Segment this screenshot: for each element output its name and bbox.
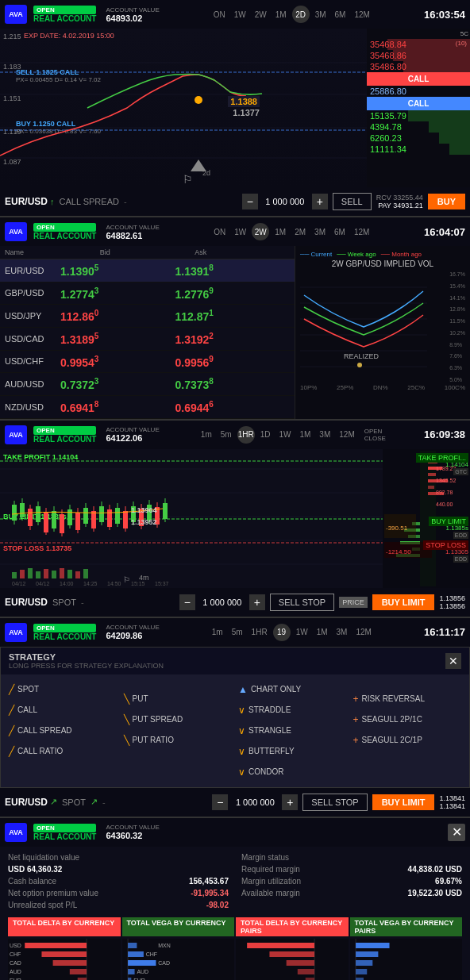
ava-logo-1: AVA [5, 5, 27, 24]
tf-1w-2[interactable]: 1W [231, 226, 249, 238]
strategy-display-3[interactable]: SPOT [52, 598, 76, 607]
tf-2d-1[interactable]: 2D [292, 6, 310, 23]
account-value-1: 64893.02 [106, 13, 159, 23]
rate-row-usdcad[interactable]: USD/CAD 1.31895 1.31922 [0, 328, 295, 351]
tf-2m-2[interactable]: 2M [291, 226, 309, 238]
tf-1w-1[interactable]: 1W [231, 9, 249, 21]
qty-plus-3[interactable]: + [249, 594, 265, 610]
qty-plus-4[interactable]: + [282, 794, 298, 810]
vol-chart-area: 16.7% 15.4% 14.1% 12.8% 11.5% 10.2% 8.9%… [300, 271, 465, 382]
strategy-call-spread[interactable]: ╱ CALL SPREAD [6, 721, 121, 741]
tf-on-1[interactable]: ON [210, 9, 229, 21]
rate-row-nzdusd[interactable]: NZD/USD 0.69418 0.69446 [0, 396, 295, 419]
tf-1m-1[interactable]: 1M [272, 9, 290, 21]
qty-plus-1[interactable]: + [312, 194, 328, 209]
tf-1hr-3[interactable]: 1HR [237, 426, 255, 444]
strategy-spot[interactable]: ╱ SPOT [6, 679, 121, 700]
tf-5m-4[interactable]: 5m [229, 626, 246, 638]
timeframe-bar-3: 1m 5m 1HR 1D 1W 1M 3M 12M [198, 426, 358, 444]
rate-row-usdjpy[interactable]: USD/JPY 112.860 112.871 [0, 305, 295, 328]
tf-5m-3[interactable]: 5m [218, 429, 235, 440]
buy-limit-button-3[interactable]: BUY LIMIT [372, 594, 435, 610]
strategy-put[interactable]: ╲ PUT [121, 689, 236, 709]
rate-row-usdchf[interactable]: USD/CHF 0.99543 0.99569 [0, 351, 295, 374]
tf-1m2-4[interactable]: 1M [314, 626, 331, 638]
vega-currency-svg: MXN CHF CAD AUD EUR JPY XAU [122, 939, 235, 980]
margin-status-row: Margin status [241, 851, 462, 863]
rate-row-audusd[interactable]: AUD/USD 0.73723 0.73738 [0, 373, 295, 396]
strategy-display-4[interactable]: SPOT [62, 797, 86, 807]
panel-5-account-summary: AVA OPEN REAL ACCOUNT ACCOUNT VALUE 6436… [0, 818, 470, 980]
qty-minus-1[interactable]: − [242, 194, 258, 209]
tf-12m-3[interactable]: 12M [336, 429, 357, 440]
strategy-call[interactable]: ╱ CALL [6, 700, 121, 721]
strategy-strangle[interactable]: ∨ STRANGLE [235, 721, 350, 741]
strategy-seagull-2p1c[interactable]: + SEAGULL 2P/1C [350, 709, 465, 730]
panel-4-strategy: AVA OPEN REAL ACCOUNT ACCOUNT VALUE 6420… [0, 618, 470, 818]
tf-6m-1[interactable]: 6M [332, 9, 349, 21]
seagull-2c1p-label: SEAGULL 2C/1P [362, 736, 422, 744]
qty-minus-3[interactable]: − [179, 594, 195, 610]
rate-row-gbpusd[interactable]: GBP/USD 1.27743 1.27769 [0, 282, 295, 306]
tf-1w-4[interactable]: 1W [293, 626, 311, 638]
open-badge-3: OPEN [33, 426, 96, 435]
tf-1hr-4[interactable]: 1HR [248, 626, 271, 638]
svg-text:⚐: ⚐ [123, 575, 130, 584]
tf-1d-3[interactable]: 1D [257, 429, 274, 440]
strategy-modal-close[interactable]: ✕ [445, 653, 461, 669]
strategy-seagull-2c1p[interactable]: + SEAGULL 2C/1P [350, 730, 465, 751]
tf-1m-3[interactable]: 1m [198, 429, 215, 440]
buy-limit-button-4[interactable]: BUY LIMIT [372, 794, 435, 810]
strategy-display-1[interactable]: CALL SPREAD [60, 197, 119, 206]
strategy-call-ratio[interactable]: ╱ CALL RATIO [6, 741, 121, 762]
tf-6m-2[interactable]: 6M [331, 226, 349, 238]
tf-12m-4[interactable]: 12M [352, 626, 374, 638]
call-buy-button[interactable]: CALL [367, 72, 470, 86]
candle-left: TAKE PROFIT 1.14104 BUY LIMIT 1.1385s ST… [0, 449, 383, 588]
tf-1m-4[interactable]: 1m [209, 626, 226, 638]
tf-3m-2[interactable]: 3M [311, 226, 329, 238]
chart-only-icon: ▲ [238, 684, 248, 695]
account-value-label-2: ACCOUNT VALUE [106, 224, 159, 231]
buy-button-1[interactable]: BUY [428, 194, 465, 209]
strategy-chart-only[interactable]: ▲ CHART ONLY [235, 679, 350, 700]
bid-usdcad: 1.31895 [60, 332, 175, 346]
strategy-put-ratio[interactable]: ╲ PUT RATIO [121, 730, 236, 751]
tf-1m-2[interactable]: 1M [272, 226, 289, 238]
vega-pairs-title: TOTAL VEGA BY CURRENCY PAIRS [350, 917, 463, 936]
svg-text:892.78: 892.78 [436, 490, 453, 495]
tf-on-2[interactable]: ON [210, 226, 229, 238]
call-sell-button[interactable]: CALL [367, 97, 470, 110]
tf-12m-1[interactable]: 12M [351, 9, 372, 21]
svg-rect-68 [12, 572, 17, 578]
svg-text:AUD: AUD [10, 969, 21, 974]
tf-2w-1[interactable]: 2W [252, 9, 270, 21]
tf-19-4[interactable]: 19 [273, 624, 291, 641]
strategy-butterfly[interactable]: ∨ BUTTERFLY [235, 741, 350, 762]
strategy-risk-reversal[interactable]: + RISK REVERSAL [350, 689, 465, 709]
tf-3m-4[interactable]: 3M [333, 626, 351, 638]
sell-stop-button-3[interactable]: SELL STOP [270, 594, 334, 611]
panel-5-close-button[interactable]: ✕ [448, 824, 465, 841]
tf-1w-3[interactable]: 1W [275, 429, 294, 440]
qty-minus-4[interactable]: − [212, 794, 228, 810]
sell-stop-button-4[interactable]: SELL STOP [302, 794, 367, 811]
tf-1m2-3[interactable]: 1M [296, 429, 314, 440]
tf-3m-3[interactable]: 3M [316, 429, 333, 440]
tf-12m-2[interactable]: 12M [351, 226, 372, 238]
strategy-straddle[interactable]: ∨ STRADDLE [235, 700, 350, 721]
rate-row-eurusd[interactable]: EUR/USD 1.13905 1.13918 [0, 259, 295, 282]
sell-button-1[interactable]: SELL [333, 193, 372, 210]
strategy-condor[interactable]: ∨ CONDOR [235, 762, 350, 782]
svg-rect-115 [78, 978, 87, 980]
svg-rect-148 [356, 969, 367, 974]
strategy-col-2: ╲ PUT ╲ PUT SPREAD ╲ PUT RATIO [121, 679, 236, 782]
panel-3-bottom-bar: EUR/USD SPOT - − 1 000 000 + SELL STOP P… [0, 588, 470, 617]
tf-3m-1[interactable]: 3M [312, 9, 329, 21]
summary-main-grid: Net liquidation value USD 64,360.32 Cash… [8, 851, 462, 911]
tf-2w-2[interactable]: 2W [252, 223, 269, 240]
panel-5-header: AVA OPEN REAL ACCOUNT ACCOUNT VALUE 6436… [0, 818, 470, 847]
price-display-4: 1.13841 1.13841 [439, 794, 465, 810]
strategy-put-spread[interactable]: ╲ PUT SPREAD [121, 709, 236, 730]
quantity-control-4: − 1 000 000 + [212, 794, 298, 810]
